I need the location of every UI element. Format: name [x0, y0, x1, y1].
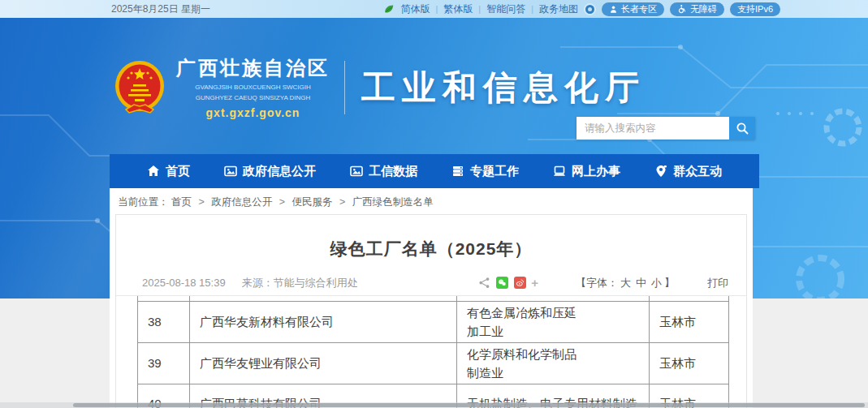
cell-company: 广西华友新材料有限公司: [190, 301, 457, 342]
table-row: 39 广西华友锂业有限公司 化学原料和化学制品 制造业 玉林市: [138, 342, 729, 384]
breadcrumb-separator: >: [279, 196, 285, 208]
search-icon: [736, 122, 749, 135]
industry-line: 加工业: [467, 322, 641, 341]
cell-city: 玉林市: [650, 342, 729, 384]
divider: |: [531, 4, 533, 14]
font-size-large[interactable]: 大: [620, 276, 631, 290]
breadcrumb-current-page[interactable]: 广西绿色制造名单: [352, 196, 434, 208]
nav-item-online-services[interactable]: 网上办事: [553, 164, 620, 179]
font-size-medium[interactable]: 中: [636, 276, 646, 290]
pill-label: 无障碍: [690, 3, 717, 15]
table-container: 38 广西华友新材料有限公司 有色金属冶炼和压延 加工业 玉林市 39 广西华友…: [137, 296, 729, 408]
print-button[interactable]: 打印: [707, 276, 728, 290]
more-share-icon[interactable]: +: [531, 276, 538, 290]
cell-city: 玉林市: [650, 301, 729, 342]
region-name: 广西壮族自治区: [176, 55, 330, 81]
gear-icon: [827, 111, 859, 144]
green-leaf-icon: [383, 3, 395, 15]
cell-industry: 化学原料和化学制品 制造业: [457, 342, 650, 384]
toplink-gov-map[interactable]: 政务地图: [539, 2, 578, 16]
publish-date: 2025-08-18 15:39: [142, 277, 226, 289]
industry-line: 化学原料和化学制品: [467, 345, 641, 363]
location-pin-icon: [654, 165, 667, 178]
archive-icon: [451, 165, 464, 178]
nav-item-gov-info[interactable]: 政府信息公开: [224, 164, 316, 179]
site-search: [577, 117, 755, 140]
nav-label: 群众互动: [673, 164, 722, 179]
current-date: 2025年8月25日 星期一: [111, 2, 210, 16]
site-title: 工业和信息化厅: [361, 65, 646, 110]
toplink-smart-qa[interactable]: 智能问答: [486, 2, 525, 16]
nav-item-industry-data[interactable]: 工信数据: [350, 164, 417, 179]
image-icon: [224, 165, 237, 178]
site-logo-link[interactable]: 广西壮族自治区 GVANGJSIH BOUXCUENGH SWCIGIH GUN…: [114, 55, 646, 119]
article-source: 来源：节能与综合利用处: [242, 276, 358, 290]
pill-label: 长者专区: [621, 3, 657, 15]
search-button[interactable]: [729, 117, 755, 140]
national-emblem-logo: [114, 59, 165, 116]
page: 2025年8月25日 星期一 简体版 | 繁体版 | 智能问答 | 政务地图 长…: [0, 0, 868, 408]
gear-icon: [799, 258, 841, 298]
breadcrumb-separator: >: [198, 196, 204, 208]
breadcrumb-home[interactable]: 首页: [171, 196, 192, 208]
font-label: 【字体：: [576, 276, 618, 290]
top-links: 简体版 | 繁体版 | 智能问答 | 政务地图 长者专区 无障碍 支持IPv6: [378, 2, 780, 16]
horizontal-scrollbar[interactable]: [0, 402, 868, 408]
font-label: 】: [664, 276, 675, 290]
table-row: 38 广西华友新材料有限公司 有色金属冶炼和压延 加工业 玉林市: [138, 301, 729, 342]
article-meta: 2025-08-18 15:39 来源：节能与综合利用处 + 【字体：: [116, 270, 746, 296]
main-nav: 首页 政府信息公开 工信数据 专题工作 网上办事 群众互动: [110, 154, 759, 188]
search-input[interactable]: [577, 117, 729, 140]
font-size-control: 【字体： 大 中 小 】: [576, 276, 675, 290]
divider: |: [435, 4, 438, 14]
laptop-icon: [553, 165, 566, 178]
nav-label: 专题工作: [470, 164, 519, 179]
top-utility-bar: 2025年8月25日 星期一 简体版 | 繁体版 | 智能问答 | 政务地图 长…: [0, 0, 868, 18]
divider: [344, 61, 345, 114]
toplink-simplified[interactable]: 简体版: [400, 2, 430, 16]
brand-text: 广西壮族自治区 GVANGJSIH BOUXCUENGH SWCIGIH GUN…: [176, 55, 330, 119]
breadcrumb-gov-info[interactable]: 政府信息公开: [211, 196, 272, 208]
breadcrumb: 当前位置： 首页 > 政府信息公开 > 便民服务 > 广西绿色制造名单: [110, 188, 753, 209]
nav-item-public-interaction[interactable]: 群众互动: [654, 164, 722, 179]
divider: |: [478, 4, 481, 14]
scrollbar-thumb[interactable]: [73, 403, 865, 407]
cell-no: 38: [138, 301, 190, 342]
nav-label: 工信数据: [369, 164, 417, 179]
region-name-zhuang: GVANGJSIH BOUXCUENGH SWCIGIH: [176, 84, 330, 92]
accessibility-button[interactable]: 无障碍: [670, 2, 724, 16]
font-size-small[interactable]: 小: [651, 276, 662, 290]
page-title: 绿色工厂名单（2025年）: [116, 238, 746, 260]
nav-item-special-topics[interactable]: 专题工作: [451, 164, 519, 179]
article-panel: 绿色工厂名单（2025年） 2025-08-18 15:39 来源：节能与综合利…: [115, 214, 747, 408]
share-icon[interactable]: [478, 277, 490, 289]
cell-no: 39: [138, 342, 190, 384]
round-badge-icon[interactable]: [584, 3, 596, 15]
weibo-share-icon[interactable]: [514, 277, 526, 289]
nav-label: 政府信息公开: [243, 164, 316, 179]
nav-item-home[interactable]: 首页: [147, 164, 190, 179]
industry-line: 有色金属冶炼和压延: [467, 303, 641, 322]
breadcrumb-public-services[interactable]: 便民服务: [292, 196, 333, 208]
green-factory-table: 38 广西华友新材料有限公司 有色金属冶炼和压延 加工业 玉林市 39 广西华友…: [137, 296, 729, 408]
ipv6-badge[interactable]: 支持IPv6: [730, 2, 780, 16]
toplink-traditional[interactable]: 繁体版: [443, 2, 473, 16]
breadcrumb-separator: >: [339, 196, 345, 208]
nav-label: 首页: [166, 164, 190, 179]
cell-company: 广西华友锂业有限公司: [190, 342, 457, 384]
breadcrumb-prefix: 当前位置：: [118, 196, 169, 208]
home-icon: [147, 165, 160, 178]
wheelchair-icon: [677, 4, 687, 14]
content-area: 当前位置： 首页 > 政府信息公开 > 便民服务 > 广西绿色制造名单 绿色工厂…: [110, 188, 753, 408]
industry-line: 制造业: [467, 363, 641, 382]
region-name-zhuang: GUNGHYEZ CAEUQ SINSIZYA DINGH: [176, 94, 330, 102]
person-icon: [609, 5, 618, 14]
image-icon: [350, 165, 363, 178]
nav-label: 网上办事: [572, 164, 620, 179]
site-url: gxt.gxzf.gov.cn: [176, 106, 330, 119]
elderly-zone-button[interactable]: 长者专区: [602, 2, 664, 16]
cell-industry: 有色金属冶炼和压延 加工业: [457, 301, 650, 342]
pill-label: 支持IPv6: [737, 3, 773, 15]
wechat-share-icon[interactable]: [496, 277, 508, 289]
article-tools: + 【字体： 大 中 小 】 打印: [473, 276, 728, 290]
